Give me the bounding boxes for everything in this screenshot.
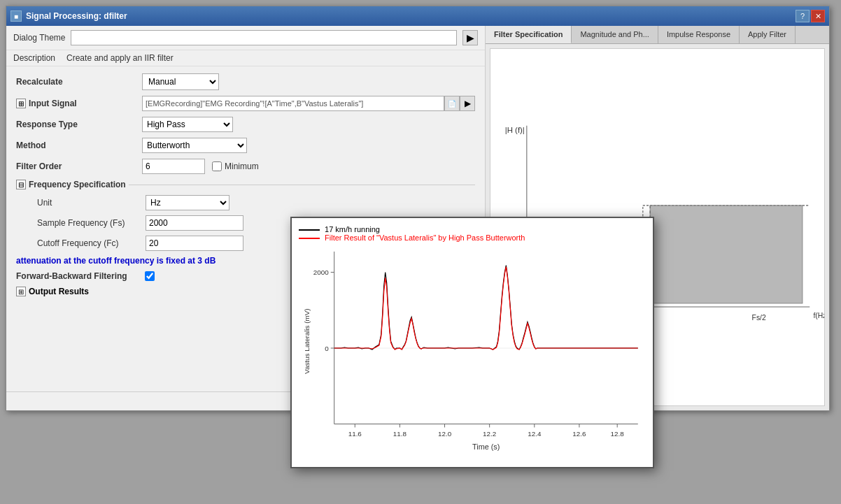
method-control: Butterworth Chebyshev I Chebyshev II Ell… bbox=[142, 138, 247, 153]
svg-text:f(Hz): f(Hz) bbox=[813, 312, 824, 319]
response-type-select[interactable]: High Pass Low Pass Band Pass Band Stop bbox=[142, 117, 233, 132]
chart-popup-inner: Vastus Lateralis (mV) 2000 0 11.6 11.8 1… bbox=[299, 245, 646, 452]
legend-line2: Filter Result of "Vastus Lateralis" by H… bbox=[299, 233, 646, 242]
input-signal-play-btn[interactable]: ▶ bbox=[460, 96, 475, 111]
dialog-theme-btn[interactable]: ▶ bbox=[462, 30, 478, 45]
section-line bbox=[129, 185, 475, 185]
help-button[interactable]: ? bbox=[796, 10, 810, 22]
close-button[interactable]: ✕ bbox=[811, 10, 825, 22]
method-label: Method bbox=[16, 141, 142, 150]
dialog-theme-input[interactable] bbox=[71, 30, 457, 45]
response-type-control: High Pass Low Pass Band Pass Band Stop bbox=[142, 117, 233, 132]
window-title: Signal Processing: dfilter bbox=[26, 11, 796, 21]
chart-popup: 17 km/h running Filter Result of "Vastus… bbox=[290, 217, 654, 468]
tab-apply-filter[interactable]: Apply Filter bbox=[740, 26, 796, 43]
output-results-label: Output Results bbox=[29, 287, 89, 296]
recalculate-label: Recalculate bbox=[16, 77, 142, 87]
recalculate-control: Manual Auto bbox=[142, 73, 219, 90]
fb-checkbox[interactable] bbox=[145, 271, 155, 281]
svg-rect-9 bbox=[650, 206, 803, 303]
cutoff-freq-label: Cutoff Frequency (Fc) bbox=[37, 238, 146, 248]
svg-text:12.6: 12.6 bbox=[572, 430, 586, 438]
sample-freq-input[interactable] bbox=[146, 215, 243, 231]
description-text: Create and apply an IIR filter bbox=[66, 53, 174, 63]
response-type-label: Response Type bbox=[16, 120, 142, 129]
tab-impulse[interactable]: Impulse Response bbox=[658, 26, 740, 43]
chart-popup-legend: 17 km/h running Filter Result of "Vastus… bbox=[299, 225, 646, 242]
svg-text:12.2: 12.2 bbox=[483, 430, 496, 438]
freq-spec-expand[interactable]: ⊟ bbox=[16, 180, 26, 189]
output-expand[interactable]: ⊞ bbox=[16, 287, 26, 296]
sample-freq-label: Sample Frequency (Fs) bbox=[37, 218, 146, 228]
minimum-label: Minimum bbox=[225, 161, 259, 171]
input-signal-browse-btn[interactable]: 📄 bbox=[444, 96, 460, 111]
cutoff-freq-input[interactable] bbox=[146, 236, 243, 251]
svg-text:11.6: 11.6 bbox=[348, 430, 362, 438]
dialog-theme-row: Dialog Theme ▶ bbox=[6, 26, 485, 50]
svg-text:|H (f)|: |H (f)| bbox=[505, 126, 525, 134]
svg-text:12.8: 12.8 bbox=[611, 430, 625, 438]
filter-order-label: Filter Order bbox=[16, 161, 142, 171]
filter-order-row: Filter Order Minimum bbox=[16, 159, 475, 174]
input-signal-label-text: Input Signal bbox=[29, 99, 77, 108]
method-row: Method Butterworth Chebyshev I Chebyshev… bbox=[16, 138, 475, 153]
response-type-row: Response Type High Pass Low Pass Band Pa… bbox=[16, 117, 475, 132]
dialog-theme-label: Dialog Theme bbox=[13, 33, 65, 43]
svg-text:0: 0 bbox=[325, 345, 329, 352]
freq-spec-section: ⊟ Frequency Specification bbox=[16, 180, 475, 189]
fb-label: Forward-Backward Filtering bbox=[16, 271, 142, 281]
tab-filter-spec[interactable]: Filter Specification bbox=[486, 26, 572, 43]
recalculate-select[interactable]: Manual Auto bbox=[142, 73, 219, 90]
unit-row: Unit Hz kHz MHz normalized bbox=[16, 195, 475, 210]
input-signal-field[interactable] bbox=[142, 96, 444, 111]
method-select[interactable]: Butterworth Chebyshev I Chebyshev II Ell… bbox=[142, 138, 247, 153]
input-signal-expand[interactable]: ⊞ bbox=[16, 99, 26, 108]
minimum-checkbox[interactable] bbox=[212, 161, 222, 171]
svg-text:12.0: 12.0 bbox=[438, 430, 452, 438]
input-signal-label-container: ⊞ Input Signal bbox=[16, 99, 142, 108]
title-bar: ■ Signal Processing: dfilter ? ✕ bbox=[6, 6, 829, 26]
filter-order-input[interactable] bbox=[142, 159, 205, 174]
unit-select[interactable]: Hz kHz MHz normalized bbox=[146, 195, 229, 210]
description-label: Description bbox=[13, 53, 55, 63]
tab-bar: Filter Specification Magnitude and Ph...… bbox=[486, 26, 829, 44]
svg-text:Fs/2: Fs/2 bbox=[752, 314, 766, 322]
svg-text:11.8: 11.8 bbox=[393, 430, 407, 438]
freq-spec-label: Frequency Specification bbox=[29, 180, 126, 189]
window-icon: ■ bbox=[10, 10, 22, 22]
legend-line1: 17 km/h running bbox=[299, 225, 646, 233]
input-signal-row: ⊞ Input Signal 📄 ▶ bbox=[16, 96, 475, 111]
description-row: Description Create and apply an IIR filt… bbox=[6, 50, 485, 66]
svg-text:Vastus Lateralis (mV): Vastus Lateralis (mV) bbox=[303, 308, 311, 374]
unit-label: Unit bbox=[37, 198, 146, 208]
recalculate-row: Recalculate Manual Auto bbox=[16, 73, 475, 90]
popup-chart-svg: Vastus Lateralis (mV) 2000 0 11.6 11.8 1… bbox=[299, 245, 646, 452]
tab-magnitude[interactable]: Magnitude and Ph... bbox=[572, 26, 658, 43]
svg-text:2000: 2000 bbox=[313, 268, 329, 276]
minimum-label-container: Minimum bbox=[212, 161, 259, 171]
title-bar-buttons: ? ✕ bbox=[796, 10, 825, 22]
svg-text:12.4: 12.4 bbox=[528, 430, 542, 438]
svg-text:Time (s): Time (s) bbox=[472, 442, 500, 451]
